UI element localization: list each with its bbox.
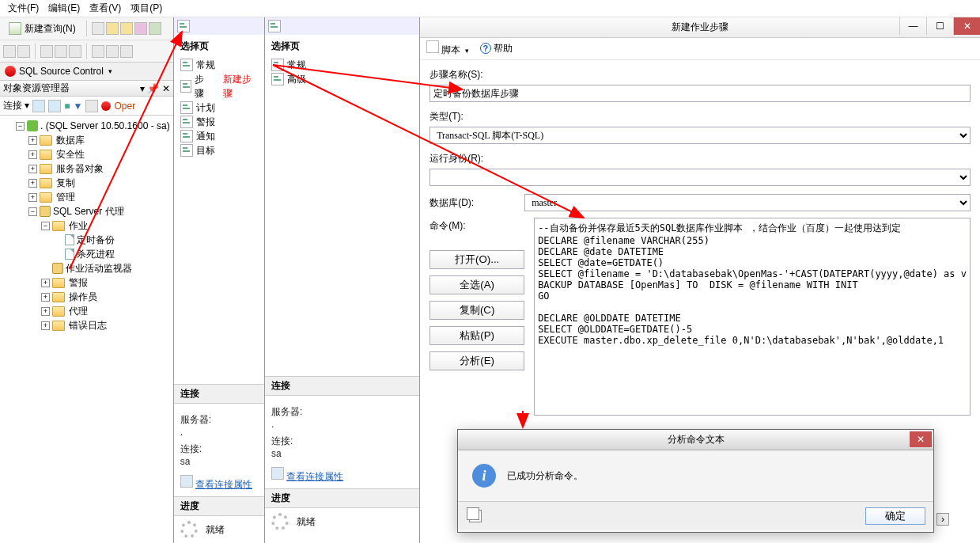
copy-icon[interactable]: [469, 510, 482, 522]
connect-icon-2[interactable]: [48, 100, 61, 112]
new-query-button[interactable]: 新建查询(N): [3, 20, 81, 38]
tree-job1[interactable]: 定时备份: [77, 233, 115, 247]
tree-errorlog[interactable]: 错误日志: [69, 318, 107, 332]
view-conn-link-2[interactable]: 查看连接属性: [286, 471, 343, 482]
nav-general[interactable]: 常规: [180, 58, 258, 72]
tb2-icon-5[interactable]: [69, 45, 81, 58]
tree-job2[interactable]: 杀死进程: [77, 247, 115, 261]
connection-header: 连接: [174, 384, 264, 404]
maximize-button[interactable]: ☐: [926, 17, 953, 35]
ok-button[interactable]: 确定: [865, 507, 925, 525]
tree-replication[interactable]: 复制: [56, 176, 75, 190]
open-button[interactable]: 打开(O)...: [429, 250, 524, 269]
toolbar-icon-3[interactable]: [120, 22, 133, 35]
conn-value: sa: [180, 456, 258, 467]
tb2-icon-6[interactable]: [92, 45, 104, 58]
script-menu[interactable]: 脚本 ▾: [426, 40, 469, 57]
cmd-label: 命令(M):: [429, 219, 524, 233]
tree-security[interactable]: 安全性: [56, 147, 85, 161]
nav-alerts[interactable]: 警报: [180, 115, 258, 129]
tb2-icon-4[interactable]: [55, 45, 67, 58]
tree-jobs[interactable]: 作业: [69, 218, 88, 233]
expander[interactable]: −: [28, 207, 37, 216]
nav-step-advanced-label: 高级: [287, 72, 306, 86]
tree-db[interactable]: 数据库: [56, 133, 85, 147]
tree-operators[interactable]: 操作员: [69, 290, 97, 304]
menu-project[interactable]: 项目(P): [126, 0, 167, 17]
toolbar-icon-4[interactable]: [134, 22, 147, 35]
conn-label-2: 连接:: [271, 435, 413, 448]
tb2-icon-8[interactable]: [120, 45, 133, 58]
paste-button[interactable]: 粘贴(P): [429, 326, 524, 345]
toolbar-icon-1[interactable]: [92, 22, 104, 35]
src-icon-small[interactable]: [101, 101, 111, 111]
server-label: 服务器:: [180, 413, 258, 427]
agent-icon: [40, 206, 51, 217]
help-menu[interactable]: ? 帮助: [480, 42, 513, 55]
selectall-button[interactable]: 全选(A): [429, 275, 524, 294]
expander[interactable]: +: [41, 279, 50, 287]
expander[interactable]: +: [28, 179, 37, 188]
nav-step-general[interactable]: 常规: [271, 58, 413, 72]
expander[interactable]: +: [41, 307, 50, 316]
command-textarea[interactable]: --自动备份并保存最近5天的SQL数据库作业脚本 ，结合作业（百度）一起使用达到…: [534, 218, 971, 416]
stepname-input[interactable]: [429, 85, 971, 102]
toolbar-icon-5[interactable]: [149, 22, 161, 35]
expander[interactable]: +: [28, 165, 37, 173]
parse-button[interactable]: 分析(E): [429, 351, 524, 370]
connect-icon-3[interactable]: [85, 100, 98, 112]
menu-view[interactable]: 查看(V): [85, 0, 126, 17]
connect-icon-1[interactable]: [32, 100, 45, 112]
scroll-right-icon[interactable]: ›: [936, 513, 949, 526]
nav-schedules[interactable]: 计划: [180, 101, 258, 115]
expander[interactable]: −: [16, 122, 25, 131]
runas-select[interactable]: [429, 169, 971, 186]
pin-icon[interactable]: ▾ 📌 ✕: [140, 83, 170, 94]
expander[interactable]: +: [28, 150, 37, 159]
nav-notify[interactable]: 通知: [180, 129, 258, 143]
tb2-icon-3[interactable]: [40, 45, 53, 58]
chevron-down-icon[interactable]: ▾: [108, 67, 112, 75]
page-icon: [268, 20, 281, 32]
tree-alerts[interactable]: 警报: [69, 275, 88, 290]
copy-button[interactable]: 复制(C): [429, 301, 524, 320]
expander[interactable]: −: [41, 222, 50, 230]
close-button[interactable]: ✕: [953, 17, 980, 35]
view-conn-link[interactable]: 查看连接属性: [195, 479, 252, 490]
nav-step-advanced[interactable]: 高级: [271, 72, 413, 86]
expander[interactable]: +: [28, 136, 37, 145]
nav-targets[interactable]: 目标: [180, 143, 258, 158]
tree-agent[interactable]: SQL Server 代理: [53, 204, 124, 218]
tree-server-objects[interactable]: 服务器对象: [56, 161, 104, 176]
tree-proxies[interactable]: 代理: [69, 304, 88, 318]
tb2-icon-2[interactable]: [17, 45, 30, 58]
menu-file[interactable]: 文件(F): [3, 0, 44, 17]
help-label: 帮助: [494, 43, 513, 54]
source-control-label[interactable]: SQL Source Control: [19, 66, 104, 77]
connect-dropdown[interactable]: 连接 ▾: [3, 99, 29, 112]
tree-root[interactable]: . (SQL Server 10.50.1600 - sa): [40, 119, 170, 133]
type-select[interactable]: Transact-SQL 脚本(T-SQL): [429, 127, 971, 144]
expander[interactable]: +: [28, 193, 37, 202]
msgbox-close-button[interactable]: ✕: [910, 431, 932, 447]
nav-steps[interactable]: 步骤 新建步骤: [180, 72, 258, 101]
filter-icon[interactable]: ▼: [74, 101, 83, 112]
expander[interactable]: +: [41, 293, 50, 302]
tb2-icon-1[interactable]: [3, 45, 16, 58]
expander[interactable]: +: [41, 321, 50, 330]
tree-management[interactable]: 管理: [56, 190, 75, 204]
object-explorer-tree[interactable]: −. (SQL Server 10.50.1600 - sa) +数据库 +安全…: [0, 116, 173, 543]
open-label[interactable]: Oper: [114, 101, 135, 112]
tree-activity[interactable]: 作业活动监视器: [66, 261, 132, 275]
connection-header-2: 连接: [265, 376, 419, 396]
connect-toolbar: 连接 ▾ ■ ▼ Oper: [0, 97, 173, 116]
view-conn-icon-2: [271, 467, 284, 480]
source-control-bar: SQL Source Control ▾: [0, 62, 173, 81]
menu-edit[interactable]: 编辑(E): [44, 0, 85, 17]
tb2-icon-7[interactable]: [106, 45, 119, 58]
minimize-button[interactable]: —: [899, 17, 926, 35]
stepname-label: 步骤名称(S):: [429, 68, 971, 82]
toolbar-icon-2[interactable]: [106, 22, 119, 35]
db-select[interactable]: master: [524, 194, 971, 211]
refresh-icon[interactable]: ■: [64, 101, 70, 112]
